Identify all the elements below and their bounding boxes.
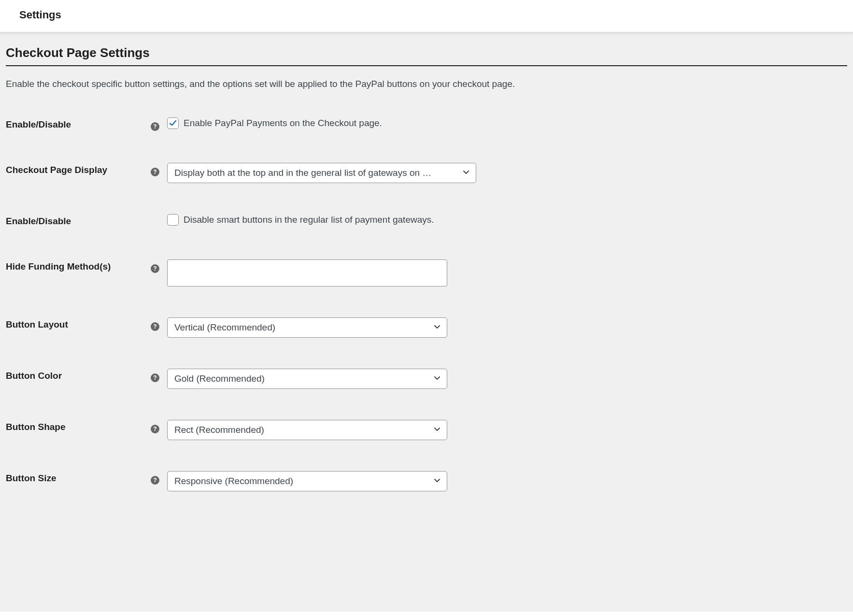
help-icon[interactable]: ? <box>151 476 159 485</box>
section-description: Enable the checkout specific button sett… <box>6 79 847 89</box>
checkbox-label: Disable smart buttons in the regular lis… <box>184 215 434 225</box>
button-size-select[interactable]: Responsive (Recommended) <box>167 471 447 491</box>
row-button-shape: Button Shape ? Rect (Recommended) <box>6 415 847 445</box>
row-disable-smart-buttons: Enable/Disable Disable smart buttons in … <box>6 209 847 233</box>
row-label: Button Size <box>6 466 151 496</box>
help-icon[interactable]: ? <box>151 264 159 273</box>
chevron-down-icon <box>433 476 441 487</box>
row-label: Button Color <box>6 364 151 394</box>
page-title: Settings <box>19 9 834 21</box>
help-icon[interactable]: ? <box>151 425 159 433</box>
help-icon[interactable]: ? <box>151 122 159 131</box>
settings-table: Enable/Disable ? Enable PayPal Payments … <box>6 113 847 496</box>
row-button-size: Button Size ? Responsive (Recommended) <box>6 466 847 496</box>
select-value: Gold (Recommended) <box>174 373 427 384</box>
row-enable-checkout: Enable/Disable ? Enable PayPal Payments … <box>6 113 847 137</box>
select-value: Rect (Recommended) <box>174 425 427 435</box>
help-icon[interactable]: ? <box>151 168 159 176</box>
row-checkout-display: Checkout Page Display ? Display both at … <box>6 158 847 188</box>
checkbox-label: Enable PayPal Payments on the Checkout p… <box>184 118 382 129</box>
select-value: Vertical (Recommended) <box>174 322 427 333</box>
settings-content: Checkout Page Settings Enable the checko… <box>0 32 853 612</box>
checkbox[interactable] <box>167 117 179 129</box>
row-label: Button Layout <box>6 313 151 343</box>
hide-funding-input[interactable] <box>167 259 447 287</box>
enable-checkout-field[interactable]: Enable PayPal Payments on the Checkout p… <box>167 117 382 129</box>
row-label: Button Shape <box>6 415 151 445</box>
checkbox[interactable] <box>167 214 179 226</box>
check-icon <box>169 119 177 127</box>
button-shape-select[interactable]: Rect (Recommended) <box>167 420 447 440</box>
row-label: Enable/Disable <box>6 209 151 233</box>
checkout-display-select[interactable]: Display both at the top and in the gener… <box>167 163 476 183</box>
chevron-down-icon <box>462 168 470 178</box>
row-label: Checkout Page Display <box>6 158 151 188</box>
chevron-down-icon <box>433 425 441 435</box>
topbar: Settings <box>0 0 853 32</box>
row-label: Enable/Disable <box>6 113 151 137</box>
section-title: Checkout Page Settings <box>6 45 847 66</box>
chevron-down-icon <box>433 322 441 333</box>
select-value: Responsive (Recommended) <box>174 476 427 487</box>
select-value: Display both at the top and in the gener… <box>174 168 456 178</box>
row-label: Hide Funding Method(s) <box>6 255 151 291</box>
help-icon[interactable]: ? <box>151 322 159 331</box>
row-hide-funding: Hide Funding Method(s) ? <box>6 255 847 291</box>
button-layout-select[interactable]: Vertical (Recommended) <box>167 317 447 338</box>
row-button-color: Button Color ? Gold (Recommended) <box>6 364 847 394</box>
row-button-layout: Button Layout ? Vertical (Recommended) <box>6 313 847 343</box>
disable-smart-buttons-field[interactable]: Disable smart buttons in the regular lis… <box>167 214 434 226</box>
help-icon[interactable]: ? <box>151 373 159 382</box>
chevron-down-icon <box>433 373 441 384</box>
button-color-select[interactable]: Gold (Recommended) <box>167 369 447 389</box>
